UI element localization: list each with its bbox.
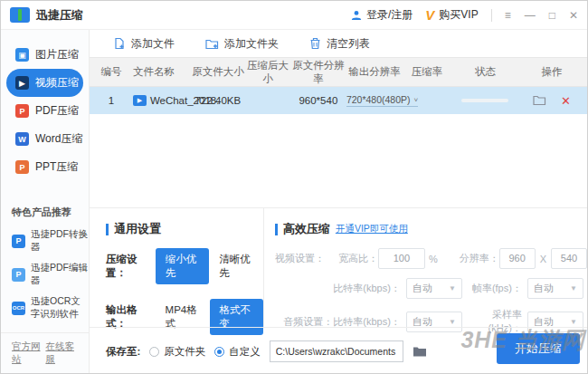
sidebar-item-label: PPT压缩 (35, 159, 78, 175)
col-header-ops: 操作 (519, 65, 584, 79)
add-file-label: 添加文件 (131, 36, 175, 52)
clarity-priority-button[interactable]: 清晰优先 (209, 248, 263, 284)
maximize-icon[interactable]: □ (549, 10, 555, 21)
table-header: 编号 文件名称 原文件大小 压缩后大小 原文件分辨率 输出分辨率 压缩率 状态 … (90, 57, 587, 87)
sidebar-item-video-compress[interactable]: ▶ 视频压缩 (6, 69, 83, 97)
save-original-folder-radio[interactable]: 原文件夹 (149, 345, 205, 359)
buy-vip-button[interactable]: V 购买VIP (425, 7, 478, 23)
login-register-button[interactable]: 登录/注册 (351, 7, 413, 23)
file-toolbar: 添加文件 添加文件夹 清空列表 (90, 30, 587, 57)
col-header-ratio: 压缩率 (403, 65, 451, 79)
col-header-out-resolution: 输出分辨率 (346, 65, 403, 79)
output-resolution-select[interactable]: 720*480(480P) ˅ (346, 94, 418, 107)
resolution-width-input[interactable]: 960 (499, 248, 536, 269)
login-register-label: 登录/注册 (366, 7, 413, 23)
promo-ocr-software[interactable]: OCR 迅捷OCR文字识别软件 (12, 295, 89, 321)
add-folder-button[interactable]: 添加文件夹 (205, 36, 279, 52)
vip-upgrade-link[interactable]: 开通VIP即可使用 (336, 223, 408, 235)
official-site-link[interactable]: 官方网站 (12, 340, 45, 366)
titlebar-divider (491, 9, 492, 22)
row-number: 1 (90, 95, 133, 106)
online-support-link[interactable]: 在线客服 (45, 340, 79, 366)
fps-label: 帧率(fps)： (462, 282, 527, 295)
save-custom-radio[interactable]: 自定义 (214, 345, 261, 359)
table-empty-area (90, 114, 587, 207)
promo-title: 特色产品推荐 (12, 206, 89, 219)
output-resolution-value: 720*480(480P) (346, 94, 411, 105)
menu-icon[interactable]: ≡ (505, 10, 511, 21)
promo-label: 迅捷PDF编辑器 (31, 262, 89, 287)
compress-setting-label: 压缩设置： (106, 253, 148, 280)
clear-list-label: 清空列表 (327, 36, 370, 52)
efficient-title: 高效压缩 (283, 221, 330, 237)
source-resolution: 960*540 (290, 95, 346, 106)
fps-value: 自动 (534, 282, 554, 295)
sidebar-item-ppt-compress[interactable]: P PPT压缩 (1, 153, 89, 181)
sidebar-item-pdf-compress[interactable]: P PDF压缩 (1, 97, 89, 125)
aspect-ratio-input[interactable]: 100 (378, 248, 425, 269)
chevron-down-icon: ▼ (449, 318, 456, 326)
radio-selected-icon (214, 347, 224, 357)
bitrate-select[interactable]: 自动 ▼ (406, 278, 462, 299)
sidebar-item-label: PDF压缩 (35, 103, 79, 119)
bitrate-label: 比特率(kbps)： (275, 282, 406, 295)
app-logo-icon (10, 7, 30, 23)
col-header-size: 原文件大小 (191, 65, 245, 79)
percent-sign: % (429, 254, 438, 264)
resolution-label: 分辨率： (438, 252, 499, 265)
col-header-no: 编号 (90, 65, 133, 79)
sidebar-item-label: 视频压缩 (35, 75, 79, 91)
app-title: 迅捷压缩 (36, 7, 83, 24)
output-resolution-cell: 720*480(480P) ˅ (346, 94, 403, 107)
chevron-down-icon: ˅ (414, 96, 419, 104)
resolution-separator: X (540, 254, 546, 264)
sidebar-item-label: 图片压缩 (35, 47, 79, 62)
app-window: 迅捷压缩 登录/注册 V 购买VIP ≡ — □ ✕ (0, 0, 588, 374)
fps-select[interactable]: 自动 ▼ (527, 278, 583, 299)
promo-pdf-editor[interactable]: P 迅捷PDF编辑器 (12, 262, 89, 287)
sidebar-item-label: Word压缩 (35, 131, 82, 147)
promo-pdf-converter[interactable]: P 迅捷PDF转换器 (12, 228, 89, 254)
efficient-compression: 高效压缩 开通VIP即可使用 视频设置： 宽高比： 100 % 分辨率： 960… (264, 208, 587, 327)
file-name-cell: ▶ WeChat_2018. (133, 95, 191, 106)
operations-cell: ✕ (519, 95, 584, 107)
trash-icon (309, 37, 321, 50)
table-row[interactable]: 1 ▶ WeChat_2018. 722.40KB 960*540 720*48… (90, 87, 587, 114)
pdf-editor-icon: P (12, 268, 25, 282)
section-accent-bar (275, 224, 278, 235)
save-path-input[interactable] (270, 340, 403, 362)
delete-row-button[interactable]: ✕ (561, 95, 571, 107)
sidebar: ▣ 图片压缩 ▶ 视频压缩 P PDF压缩 W Word压缩 P PPT压缩 (1, 30, 90, 374)
add-file-icon (113, 37, 126, 50)
file-size: 722.40KB (191, 95, 245, 106)
promo-section: 特色产品推荐 P 迅捷PDF转换器 P 迅捷PDF编辑器 OCR 迅捷OCR文字… (1, 206, 89, 332)
close-icon[interactable]: ✕ (569, 10, 578, 21)
open-folder-button[interactable] (533, 95, 546, 106)
image-compress-icon: ▣ (15, 48, 29, 62)
promo-label: 迅捷OCR文字识别软件 (31, 295, 89, 321)
chevron-down-icon: ▼ (449, 284, 456, 292)
clear-list-button[interactable]: 清空列表 (309, 36, 370, 52)
progress-bar (461, 99, 508, 102)
custom-label: 自定义 (229, 345, 261, 359)
resolution-height-input[interactable]: 540 (551, 248, 587, 269)
aspect-ratio-label: 宽高比： (331, 252, 378, 265)
sidebar-item-word-compress[interactable]: W Word压缩 (1, 125, 89, 153)
browse-folder-button[interactable] (413, 346, 427, 358)
ppt-compress-icon: P (15, 160, 29, 174)
sidebar-item-image-compress[interactable]: ▣ 图片压缩 (1, 41, 89, 69)
bitrate-value: 自动 (413, 282, 432, 295)
titlebar: 迅捷压缩 登录/注册 V 购买VIP ≡ — □ ✕ (1, 1, 587, 30)
buy-vip-label: 购买VIP (439, 7, 478, 23)
add-folder-label: 添加文件夹 (224, 36, 279, 52)
minimize-icon[interactable]: — (525, 10, 536, 21)
shrink-priority-button[interactable]: 缩小优先 (156, 248, 210, 284)
start-compress-button[interactable]: 开始压缩 (497, 333, 580, 364)
chevron-down-icon: ▼ (570, 318, 577, 326)
main-panel: 添加文件 添加文件夹 清空列表 编号 文件名称 (90, 30, 587, 374)
col-header-name: 文件名称 (133, 65, 191, 79)
col-header-src-resolution: 原文件分辨率 (290, 59, 346, 86)
sidebar-footer: 官方网站 在线客服 (1, 332, 89, 374)
add-file-button[interactable]: 添加文件 (113, 36, 175, 52)
status-cell (451, 99, 519, 102)
